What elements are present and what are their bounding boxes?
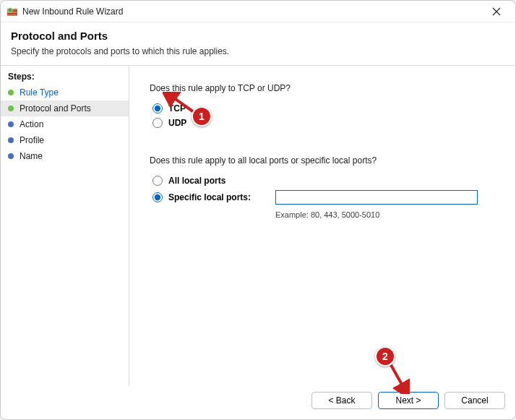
tcp-radio[interactable] bbox=[152, 103, 163, 113]
cancel-button[interactable]: Cancel bbox=[444, 392, 505, 409]
step-bullet-icon bbox=[8, 90, 14, 95]
step-label: Profile bbox=[20, 135, 44, 145]
svg-rect-3 bbox=[7, 14, 17, 16]
specific-ports-radio[interactable] bbox=[152, 192, 163, 202]
close-button[interactable] bbox=[482, 1, 511, 22]
udp-label[interactable]: UDP bbox=[168, 118, 186, 128]
svg-point-4 bbox=[8, 7, 12, 12]
ports-question: Does this rule apply to all local ports … bbox=[150, 155, 495, 166]
step-profile[interactable]: Profile bbox=[1, 132, 129, 148]
close-icon bbox=[492, 7, 501, 16]
step-bullet-icon bbox=[8, 106, 14, 111]
step-label: Action bbox=[20, 119, 43, 129]
step-action[interactable]: Action bbox=[1, 116, 129, 132]
protocol-tcp-row: TCP bbox=[152, 103, 495, 113]
protocol-question: Does this rule apply to TCP or UDP? bbox=[150, 83, 495, 93]
specific-ports-input[interactable] bbox=[275, 190, 478, 205]
step-label: Rule Type bbox=[20, 87, 59, 98]
udp-radio[interactable] bbox=[152, 118, 163, 128]
tcp-label[interactable]: TCP bbox=[168, 103, 186, 113]
protocol-udp-row: UDP bbox=[152, 118, 495, 128]
all-ports-label[interactable]: All local ports bbox=[168, 176, 225, 186]
wizard-window: New Inbound Rule Wizard Protocol and Por… bbox=[0, 0, 516, 420]
page-title: Protocol and Ports bbox=[11, 30, 505, 42]
protocol-radio-group: TCP UDP bbox=[152, 103, 495, 132]
steps-list: Rule Type Protocol and Ports Action Prof… bbox=[1, 85, 129, 164]
firewall-icon bbox=[7, 6, 18, 17]
step-bullet-icon bbox=[8, 121, 14, 127]
ports-example-text: Example: 80, 443, 5000-5010 bbox=[275, 210, 495, 219]
header: Protocol and Ports Specify the protocols… bbox=[1, 22, 515, 66]
steps-heading: Steps: bbox=[1, 70, 129, 85]
step-label: Protocol and Ports bbox=[20, 103, 91, 113]
titlebar: New Inbound Rule Wizard bbox=[1, 1, 515, 22]
back-button[interactable]: < Back bbox=[311, 392, 372, 409]
ports-radio-group: All local ports Specific local ports: Ex… bbox=[152, 176, 495, 219]
step-bullet-icon bbox=[8, 153, 14, 159]
step-rule-type[interactable]: Rule Type bbox=[1, 85, 129, 100]
step-name[interactable]: Name bbox=[1, 148, 129, 164]
window-title: New Inbound Rule Wizard bbox=[22, 7, 482, 17]
step-protocol-ports[interactable]: Protocol and Ports bbox=[1, 100, 129, 116]
button-bar: < Back Next > Cancel bbox=[1, 386, 515, 419]
page-subtitle: Specify the protocols and ports to which… bbox=[11, 46, 505, 56]
step-bullet-icon bbox=[8, 137, 14, 143]
all-local-ports-row: All local ports bbox=[152, 176, 495, 186]
content-panel: Does this rule apply to TCP or UDP? TCP … bbox=[129, 66, 515, 386]
steps-panel: Steps: Rule Type Protocol and Ports Acti… bbox=[1, 66, 129, 386]
all-ports-radio[interactable] bbox=[152, 176, 163, 186]
step-label: Name bbox=[20, 151, 43, 161]
specific-ports-label[interactable]: Specific local ports: bbox=[168, 192, 251, 202]
body: Steps: Rule Type Protocol and Ports Acti… bbox=[1, 66, 515, 386]
specific-ports-row: Specific local ports: bbox=[152, 192, 275, 202]
next-button[interactable]: Next > bbox=[378, 392, 439, 409]
